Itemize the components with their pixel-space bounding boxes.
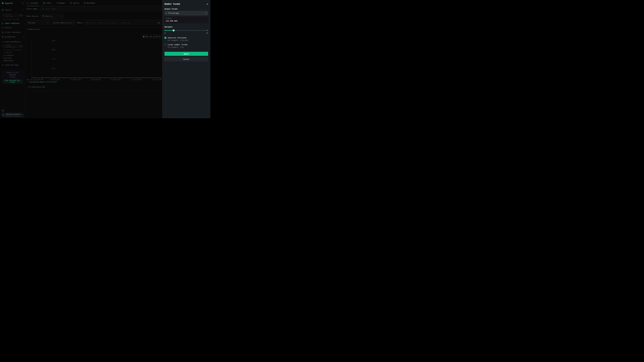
example-label: Example [166, 17, 207, 19]
decimals-label: Decimals [164, 26, 208, 28]
large-number-format-label: Large number format [168, 43, 188, 45]
slider-scale: 0 10 [164, 32, 208, 34]
slider-start-dot [165, 30, 166, 31]
cancel-button[interactable]: Cancel [164, 57, 208, 61]
decimals-slider[interactable] [164, 29, 208, 31]
apply-button[interactable]: Apply [164, 52, 208, 56]
large-number-format-example: For example: 1.2m [168, 46, 208, 48]
panel-title: Number format [164, 3, 180, 5]
large-number-format-checkbox[interactable]: Large number format [164, 43, 208, 45]
slider-fill [164, 30, 174, 31]
example-box: Example 123,400.00% [164, 16, 208, 23]
slider-min: 0 [164, 32, 166, 34]
checkbox-checked-icon[interactable]: ✓ [164, 37, 166, 39]
percent-icon: % [166, 12, 167, 14]
hyperdx-app: HyperDX Search Saved Searches ⌘ K No sav… [0, 0, 210, 118]
output-format-select[interactable]: % Percentage [164, 11, 208, 15]
checkbox-unchecked-icon[interactable] [164, 44, 166, 45]
close-icon[interactable]: × [206, 3, 208, 5]
slider-thumb[interactable] [173, 29, 174, 31]
modal-backdrop[interactable] [0, 0, 162, 118]
example-value: 123,400.00% [166, 20, 207, 22]
output-format-value: Percentage [168, 12, 204, 14]
number-format-panel: Number format × Output format % Percenta… [162, 0, 210, 118]
separate-thousands-example: For example: 1,234,567 [168, 39, 208, 41]
output-format-label: Output format [164, 8, 208, 10]
slider-end-dot [207, 30, 208, 31]
select-chevrons-icon [206, 12, 206, 14]
panel-header: Number format × [164, 3, 208, 5]
separate-thousands-label: Separate thousands [168, 37, 187, 39]
separate-thousands-checkbox[interactable]: ✓ Separate thousands [164, 37, 208, 39]
slider-max: 10 [206, 32, 208, 34]
